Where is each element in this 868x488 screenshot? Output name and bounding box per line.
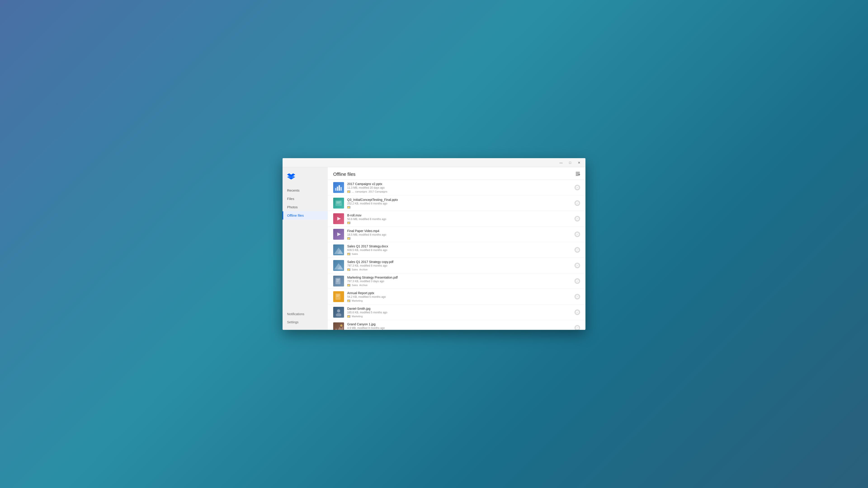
file-meta: 797.3 KB, modified 3 days ago <box>347 280 572 283</box>
file-tags: 📁 Sales Archive <box>347 284 572 287</box>
file-meta: 4.9 MB, modified 8 months ago <box>347 326 572 330</box>
file-thumbnail <box>333 275 344 287</box>
sidebar-item-offline-files[interactable]: Offline files <box>283 211 328 220</box>
svg-rect-37 <box>336 296 339 297</box>
file-info: Marketing Strategy Presentation.pdf 797.… <box>347 275 572 287</box>
file-name: Grand Canyon 1.jpg <box>347 322 572 326</box>
svg-rect-13 <box>339 185 340 191</box>
folder-icon: 📁 <box>347 253 350 255</box>
svg-point-39 <box>337 309 340 313</box>
maximize-button[interactable]: □ <box>565 159 575 166</box>
file-info: Final Paper Video.mp4 18.5 MB, modified … <box>347 229 572 240</box>
sync-status-icon <box>575 200 580 206</box>
file-meta: 165.6 KB, modified 5 months ago <box>347 311 572 314</box>
file-tags: 📁 <box>347 222 572 224</box>
folder-icon: 📁 <box>347 300 350 302</box>
file-thumbnail <box>333 291 344 302</box>
app-window: — □ ✕ Recents <box>283 158 585 330</box>
file-info: Sales Q1 2017 Strategy.docx 609.5 KB, mo… <box>347 245 572 255</box>
list-item[interactable]: 2017 Campaigns v2.pptx 11.3 MB, modified… <box>328 180 585 195</box>
folder-icon: 📁 <box>347 315 350 318</box>
list-item[interactable]: Q3_InitialConceptTesting_Final.pptx 252.… <box>328 195 585 211</box>
svg-point-40 <box>336 313 341 316</box>
file-name: 2017 Campaigns v2.pptx <box>347 182 572 186</box>
file-info: B-roll.mov 50.6 MB, modified 8 months ag… <box>347 214 572 224</box>
file-thumbnail <box>333 322 344 330</box>
svg-rect-33 <box>336 282 339 282</box>
sidebar-item-recents[interactable]: Recents <box>283 186 328 195</box>
file-info: Q3_InitialConceptTesting_Final.pptx 252.… <box>347 198 572 208</box>
svg-rect-30 <box>336 278 340 284</box>
sync-status-icon <box>575 185 580 190</box>
list-item[interactable]: Final Paper Video.mp4 18.5 MB, modified … <box>328 227 585 242</box>
file-meta: 50.6 MB, modified 8 months ago <box>347 218 572 221</box>
svg-rect-17 <box>336 202 341 202</box>
file-name: Sales Q1 2017 Strategy copy.pdf <box>347 260 572 264</box>
minimize-button[interactable]: — <box>557 159 565 166</box>
svg-rect-32 <box>336 281 339 281</box>
file-tags: 📁 Marketing <box>347 315 572 318</box>
file-thumbnail <box>333 213 344 224</box>
sidebar: Recents Files Photos Offline files Notif… <box>283 167 328 330</box>
sidebar-logo <box>283 171 328 186</box>
sidebar-item-settings[interactable]: Settings <box>283 318 328 326</box>
sidebar-item-photos[interactable]: Photos <box>283 203 328 211</box>
folder-icon: 📁 <box>347 268 350 271</box>
sync-status-icon <box>575 247 580 253</box>
file-thumbnail <box>333 229 344 240</box>
titlebar: — □ ✕ <box>283 158 585 167</box>
main-content: Offline files <box>328 167 585 330</box>
list-item[interactable]: B-roll.mov 50.6 MB, modified 8 months ag… <box>328 211 585 227</box>
file-thumbnail <box>333 182 344 193</box>
list-item[interactable]: Grand Canyon 1.jpg 4.9 MB, modified 8 mo… <box>328 320 585 330</box>
sync-status-icon <box>575 294 580 299</box>
svg-rect-36 <box>336 295 340 295</box>
sidebar-item-files[interactable]: Files <box>283 195 328 203</box>
main-header: Offline files <box>328 167 585 180</box>
file-meta: 797.3 KB, modified 8 months ago <box>347 264 572 267</box>
files-list: 2017 Campaigns v2.pptx 11.3 MB, modified… <box>328 180 585 330</box>
close-button[interactable]: ✕ <box>575 159 584 166</box>
file-meta: 609.5 KB, modified 8 months ago <box>347 249 572 252</box>
file-name: Daniel-Smith.jpg <box>347 307 572 311</box>
sync-status-icon <box>575 310 580 315</box>
file-name: Final Paper Video.mp4 <box>347 229 572 233</box>
file-tags: 📁 Sales Archive <box>347 268 572 271</box>
file-info: Annual Report.pptx 54.2 KB, modified 5 m… <box>347 291 572 302</box>
file-thumbnail <box>333 260 344 271</box>
folder-icon: 📁 <box>347 284 350 287</box>
svg-point-43 <box>340 324 342 327</box>
file-tags: 📁 <box>347 237 572 240</box>
folder-icon: 📁 <box>347 237 350 240</box>
file-meta: 11.3 MB, modified 20 days ago <box>347 186 572 189</box>
file-name: B-roll.mov <box>347 214 572 217</box>
file-tags: 📁 ... campaigns 2017 Campaigns <box>347 190 572 193</box>
list-item[interactable]: Sales Q1 2017 Strategy copy.pdf 797.3 KB… <box>328 258 585 273</box>
dropbox-icon <box>287 173 295 181</box>
file-thumbnail <box>333 307 344 318</box>
list-item[interactable]: Marketing Strategy Presentation.pdf 797.… <box>328 273 585 289</box>
list-item[interactable]: Daniel-Smith.jpg 165.6 KB, modified 5 mo… <box>328 304 585 320</box>
svg-rect-18 <box>336 203 340 203</box>
content-area: Recents Files Photos Offline files Notif… <box>283 167 585 330</box>
list-item[interactable]: Annual Report.pptx 54.2 KB, modified 5 m… <box>328 289 585 304</box>
svg-marker-22 <box>337 232 341 236</box>
sidebar-nav: Recents Files Photos Offline files <box>283 186 328 310</box>
list-view-toggle[interactable] <box>575 172 580 177</box>
svg-rect-14 <box>340 187 342 191</box>
sidebar-item-notifications[interactable]: Notifications <box>283 310 328 318</box>
file-tags: 📁 Marketing <box>347 299 572 302</box>
svg-rect-31 <box>336 279 340 280</box>
sync-status-icon <box>575 263 580 268</box>
svg-rect-12 <box>337 187 338 191</box>
file-meta: 252.2 KB, modified 8 months ago <box>347 202 572 205</box>
sync-status-icon <box>575 216 580 221</box>
svg-marker-20 <box>337 217 341 221</box>
sync-status-icon <box>575 325 580 330</box>
list-item[interactable]: Sales Q1 2017 Strategy.docx 609.5 KB, mo… <box>328 242 585 258</box>
file-info: Daniel-Smith.jpg 165.6 KB, modified 5 mo… <box>347 307 572 318</box>
sync-status-icon <box>575 278 580 284</box>
folder-icon: 📁 <box>347 206 350 208</box>
file-name: Sales Q1 2017 Strategy.docx <box>347 245 572 248</box>
file-meta: 54.2 KB, modified 5 months ago <box>347 295 572 298</box>
